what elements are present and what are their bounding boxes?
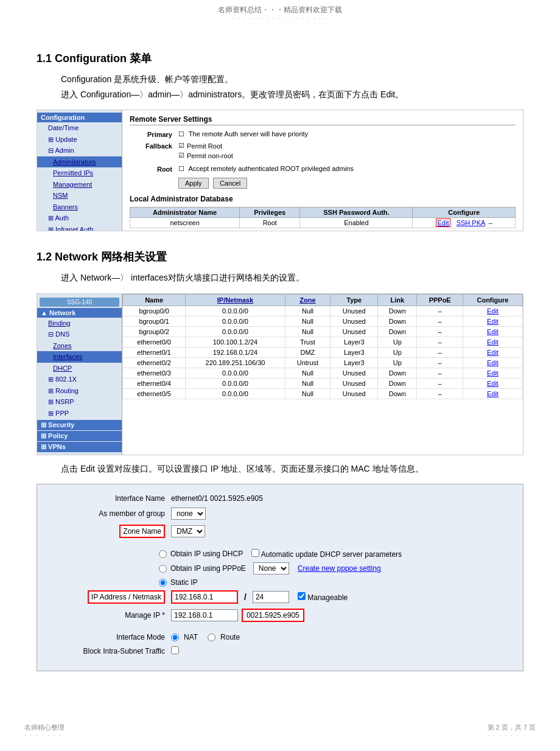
col-pppoe: PPPoE	[417, 294, 463, 306]
net-vpns-header: ⊞ VPNs	[37, 442, 122, 452]
iface-pppoe: –	[417, 326, 463, 337]
iface-pppoe: –	[417, 337, 463, 347]
manage-ip-label: Manage IP *	[49, 611, 171, 620]
footer-right-dots: · · · · · · ·	[488, 732, 536, 739]
root-row: Root ☐ Accept remotely authenticated ROO…	[130, 165, 516, 173]
iface-link: Down	[378, 306, 417, 316]
iface-edit-link[interactable]: Edit	[487, 349, 499, 356]
iface-edit-link[interactable]: Edit	[487, 318, 499, 325]
static-ip-radio[interactable]	[159, 579, 167, 587]
header-dots: · · · · · · · · · · · · · · · · ·	[0, 15, 560, 22]
iface-name: ethernet0/1	[123, 347, 186, 357]
create-pppoe-link[interactable]: Create new pppoe setting	[298, 564, 381, 573]
block-intra-checkbox[interactable]	[171, 646, 179, 654]
sidebar-management[interactable]: Management	[37, 179, 122, 190]
iface-name-value: ethernet0/1 0021.5925.e905	[171, 494, 263, 503]
apply-button[interactable]: Apply	[178, 178, 209, 189]
sidebar-update[interactable]: ⊞ Update	[37, 134, 122, 145]
iface-edit: Edit	[463, 368, 522, 378]
root-checkbox[interactable]: ☐	[178, 165, 184, 172]
root-label: Root	[130, 165, 178, 173]
member-group-label: As member of group	[49, 509, 171, 518]
fallback-value: ☑ Permit Root ☑ Permit non-root	[178, 142, 233, 161]
primary-checkbox[interactable]: ☐	[178, 130, 184, 138]
cancel-button[interactable]: Cancel	[213, 178, 247, 189]
admin-row: netscreen Root Enabled Edit SSH PKA –	[130, 218, 516, 228]
net-interfaces[interactable]: Interfaces	[37, 351, 122, 363]
net-nsrp[interactable]: ⊞ NSRP	[37, 396, 122, 408]
col-zone[interactable]: Zone	[285, 294, 331, 306]
iface-edit-link[interactable]: Edit	[487, 359, 499, 366]
iface-row: ethernet0/0 100.100.1.2/24 Trust Layer3 …	[123, 337, 523, 347]
mode-options: NAT Route	[171, 633, 240, 641]
net-sidebar: SSG-140 ▲ Network Binding ⊟ DNS Zones In…	[37, 294, 122, 455]
pppoe-select[interactable]: None	[253, 562, 289, 575]
iface-pppoe: –	[417, 368, 463, 378]
iface-edit: Edit	[463, 357, 522, 368]
cidr-input[interactable]	[253, 591, 289, 603]
iface-link: Down	[378, 378, 417, 388]
section1-desc: Configuration 是系统升级、帐户等管理配置。 进入 Configur…	[61, 72, 523, 102]
sidebar-administrators[interactable]: Administrators	[37, 156, 122, 168]
sidebar-nsm[interactable]: NSM	[37, 190, 122, 201]
iface-edit-link[interactable]: Edit	[487, 307, 499, 315]
net-dhcp[interactable]: DHCP	[37, 363, 122, 374]
iface-type: Unused	[331, 368, 378, 378]
edit-link[interactable]: Edit	[436, 218, 451, 227]
remote-server-title: Remote Server Settings	[130, 115, 516, 125]
member-group-row: As member of group none	[49, 508, 511, 520]
iface-ip: 0.0.0.0/0	[186, 316, 285, 326]
sidebar-datetime[interactable]: Date/Time	[37, 122, 122, 134]
net-binding[interactable]: Binding	[37, 318, 122, 329]
route-radio[interactable]	[208, 634, 215, 641]
zone-name-select[interactable]: DMZ	[171, 525, 205, 537]
config-main-panel: Remote Server Settings Primary ☐ The rem…	[122, 110, 523, 231]
sidebar-infranet[interactable]: ⊞ Infranet Auth	[37, 224, 122, 232]
iface-name-label: Interface Name	[49, 494, 171, 503]
iface-edit-link[interactable]: Edit	[487, 390, 499, 397]
main-content: 1.1 Configuration 菜单 Configuration 是系统升级…	[0, 24, 560, 703]
permit-non-root-checkbox[interactable]: ☑	[178, 152, 184, 159]
iface-zone: Null	[285, 306, 331, 316]
sidebar-banners[interactable]: Banners	[37, 201, 122, 213]
manage-ip-input[interactable]	[171, 609, 238, 621]
iface-name: ethernet0/5	[123, 388, 186, 399]
permit-root-checkbox[interactable]: ☑	[178, 142, 184, 150]
iface-edit-link[interactable]: Edit	[487, 369, 499, 377]
iface-edit: Edit	[463, 316, 522, 326]
net-8021x[interactable]: ⊞ 802.1X	[37, 374, 122, 385]
dhcp-radio[interactable]	[159, 550, 167, 558]
sidebar-admin[interactable]: ⊟ Admin	[37, 145, 122, 156]
col-ip[interactable]: IP/Netmask	[186, 294, 285, 306]
iface-ip: 0.0.0.0/0	[186, 326, 285, 337]
mac-box: 0021.5925.e905	[242, 609, 304, 622]
col-configure: Configure	[413, 208, 516, 218]
col-admin-name: Administrator Name	[130, 208, 240, 218]
manageable-checkbox[interactable]	[298, 592, 306, 600]
ip-input[interactable]	[171, 590, 238, 604]
iface-edit-link[interactable]: Edit	[487, 338, 499, 346]
iface-link: Down	[378, 368, 417, 378]
sidebar-auth[interactable]: ⊞ Auth	[37, 212, 122, 224]
member-group-select[interactable]: none	[171, 508, 206, 520]
net-zones[interactable]: Zones	[37, 340, 122, 352]
iface-edit-link[interactable]: Edit	[487, 380, 499, 387]
fallback-row: Fallback ☑ Permit Root ☑ Permit non-root	[130, 142, 516, 161]
iface-link: Down	[378, 326, 417, 337]
ip-address-row: IP Address / Netmask / Manageable	[49, 590, 511, 604]
sidebar-permitted-ips[interactable]: Permitted IPs	[37, 167, 122, 179]
net-dns[interactable]: ⊟ DNS	[37, 329, 122, 340]
iface-name-row: Interface Name ethernet0/1 0021.5925.e90…	[49, 494, 511, 503]
iface-edit-link[interactable]: Edit	[487, 328, 499, 335]
manageable-label: Manageable	[307, 593, 348, 602]
dhcp-auto-checkbox[interactable]	[251, 549, 259, 557]
zone-name-row: Zone Name DMZ	[49, 525, 511, 538]
iface-type: Unused	[331, 378, 378, 388]
nat-radio[interactable]	[171, 634, 179, 641]
net-routing[interactable]: ⊞ Routing	[37, 385, 122, 397]
device-label: SSG-140	[40, 298, 119, 307]
net-policy-header: ⊞ Policy	[37, 431, 122, 441]
pppoe-radio[interactable]	[159, 565, 167, 573]
ssh-pka-link[interactable]: SSH PKA	[457, 219, 485, 226]
net-ppp[interactable]: ⊞ PPP	[37, 408, 122, 419]
